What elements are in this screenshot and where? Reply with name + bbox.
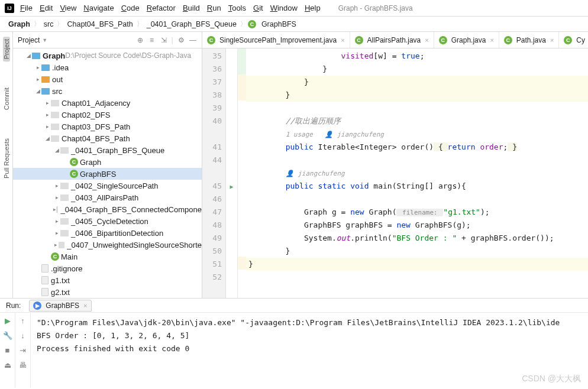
close-icon[interactable]: × bbox=[341, 37, 344, 44]
tree-item--0404-graph-bfs-connectedcompone[interactable]: ▸_0404_Graph_BFS_ConnectedCompone bbox=[13, 203, 202, 215]
project-pane-header: Project ▼ ⊕ ≡ ⇲ | ⚙ — bbox=[13, 32, 202, 48]
locate-icon[interactable]: ⊕ bbox=[136, 36, 144, 44]
menu-tools[interactable]: Tools bbox=[225, 2, 250, 14]
breadcrumb: Graph〉 src〉 Chapt04_BFS_Path〉 _0401_Grap… bbox=[0, 17, 588, 32]
wrench-icon[interactable]: 🔧 bbox=[3, 331, 12, 340]
window-title: Graph - GraphBFS.java bbox=[338, 4, 413, 12]
editor-tab[interactable]: CPath.java× bbox=[499, 32, 559, 48]
tool-tab-pull-requests[interactable]: Pull Requests bbox=[3, 136, 10, 181]
wrap-icon[interactable]: ⇥ bbox=[20, 346, 26, 355]
editor-pane: CSingleSourcePath_Improvement.java×CAllP… bbox=[202, 32, 588, 298]
print-icon[interactable]: 🖶 bbox=[19, 361, 27, 369]
code-area[interactable]: 35363738394041444546474849505152 ▶ visit… bbox=[202, 48, 588, 298]
down-icon[interactable]: ↓ bbox=[21, 331, 25, 340]
tree-item-g2-txt[interactable]: g2.txt bbox=[13, 286, 202, 298]
menu-help[interactable]: Help bbox=[301, 2, 324, 14]
editor-tab[interactable]: CGraph.java× bbox=[434, 32, 499, 48]
tree-item-chapt01-adjacency[interactable]: ▸Chapt01_Adjacency bbox=[13, 97, 202, 109]
tree-item-main[interactable]: CMain bbox=[13, 251, 202, 262]
tree-item-chapt03-dfs-path[interactable]: ▸Chapt03_DFS_Path bbox=[13, 121, 202, 132]
exit-icon[interactable]: ⏏ bbox=[4, 361, 11, 369]
watermark: CSDN @大大枫 bbox=[522, 374, 581, 384]
editor-tab[interactable]: CSingleSourcePath_Improvement.java× bbox=[202, 32, 350, 48]
tree-item-chapt02-dfs[interactable]: ▸Chapt02_DFS bbox=[13, 109, 202, 121]
hide-icon[interactable]: — bbox=[189, 36, 197, 44]
close-icon[interactable]: × bbox=[550, 37, 554, 44]
tree-item-graph[interactable]: CGraph bbox=[13, 156, 202, 168]
stop-icon[interactable]: ■ bbox=[5, 346, 10, 355]
run-icon: ▶ bbox=[33, 302, 41, 310]
editor-tab-bar: CSingleSourcePath_Improvement.java×CAllP… bbox=[202, 32, 588, 48]
menu-bar: IJ FileEditViewNavigateCodeRefactorBuild… bbox=[0, 0, 588, 17]
menu-view[interactable]: View bbox=[56, 2, 80, 14]
expand-icon[interactable]: ≡ bbox=[148, 36, 156, 44]
tree-item-chapt04-bfs-path[interactable]: ◢Chapt04_BFS_Path bbox=[13, 132, 202, 144]
crumb[interactable]: _0401_Graph_BFS_Queue bbox=[144, 20, 239, 28]
up-icon[interactable]: ↑ bbox=[21, 316, 25, 325]
tree-item--0407-unweightedsinglesourceshorte[interactable]: ▸_0407_UnweightedSingleSourceShorte bbox=[13, 239, 202, 251]
tree-item-src[interactable]: ◢src bbox=[13, 85, 202, 97]
run-panel: Run: ▶ GraphBFS × ▶ 🔧 ■ ⏏ ↑ ↓ ⇥ 🖶 "D:\Pr… bbox=[0, 298, 588, 388]
project-pane-title: Project bbox=[18, 36, 40, 44]
menu-edit[interactable]: Edit bbox=[36, 2, 56, 14]
close-icon[interactable]: × bbox=[83, 302, 87, 309]
left-tool-gutter: Project Commit Pull Requests bbox=[0, 32, 13, 298]
tree-item-graph[interactable]: ◢Graph D:\Project Source Code\DS-Graph-J… bbox=[13, 50, 202, 61]
tree-item-g1-txt[interactable]: g1.txt bbox=[13, 274, 202, 286]
run-title: Run: bbox=[6, 302, 21, 310]
editor-tab[interactable]: CCy bbox=[559, 32, 588, 48]
crumb[interactable]: src bbox=[41, 20, 56, 28]
tree-item--0405-cycledetection[interactable]: ▸_0405_CycleDetection bbox=[13, 215, 202, 227]
menu-refactor[interactable]: Refactor bbox=[143, 2, 179, 14]
run-toolbar-primary: ▶ 🔧 ■ ⏏ bbox=[0, 313, 15, 388]
run-config-tab[interactable]: ▶ GraphBFS × bbox=[29, 300, 91, 312]
project-pane: Project ▼ ⊕ ≡ ⇲ | ⚙ — ◢Graph D:\Project … bbox=[13, 32, 202, 298]
intellij-logo-icon: IJ bbox=[5, 4, 14, 13]
tool-tab-commit[interactable]: Commit bbox=[3, 85, 10, 112]
tree-item--0403-allpairspath[interactable]: ▸_0403_AllPairsPath bbox=[13, 192, 202, 203]
menu-code[interactable]: Code bbox=[118, 2, 143, 14]
menu-run[interactable]: Run bbox=[203, 2, 225, 14]
tree-item--gitignore[interactable]: .gitignore bbox=[13, 262, 202, 274]
menu-git[interactable]: Git bbox=[250, 2, 267, 14]
rerun-icon[interactable]: ▶ bbox=[5, 316, 11, 325]
menu-navigate[interactable]: Navigate bbox=[80, 2, 117, 14]
tree-item--0406-bipartitiondetection[interactable]: ▸_0406_BipartitionDetection bbox=[13, 227, 202, 239]
console-output[interactable]: "D:\Program Files\Java\jdk-20\bin\java.e… bbox=[31, 313, 588, 388]
run-toolbar-secondary: ↑ ↓ ⇥ 🖶 bbox=[15, 313, 31, 388]
crumb-root[interactable]: Graph bbox=[6, 20, 33, 28]
gear-icon[interactable]: ⚙ bbox=[177, 36, 185, 44]
close-icon[interactable]: × bbox=[425, 37, 428, 44]
close-icon[interactable]: × bbox=[490, 37, 493, 44]
collapse-icon[interactable]: ⇲ bbox=[160, 36, 168, 44]
class-icon: C bbox=[248, 20, 256, 28]
editor-tab[interactable]: CAllPairsPath.java× bbox=[350, 32, 434, 48]
tree-item--0402-singlesourcepath[interactable]: ▸_0402_SingleSourcePath bbox=[13, 180, 202, 192]
tree-item--idea[interactable]: ▸.idea bbox=[13, 61, 202, 73]
crumb-file[interactable]: GraphBFS bbox=[259, 20, 299, 28]
project-tree[interactable]: ◢Graph D:\Project Source Code\DS-Graph-J… bbox=[13, 48, 202, 298]
tool-tab-project[interactable]: Project bbox=[3, 37, 10, 61]
tree-item-graphbfs[interactable]: CGraphBFS bbox=[13, 168, 202, 180]
menu-file[interactable]: File bbox=[17, 2, 36, 14]
menu-build[interactable]: Build bbox=[179, 2, 203, 14]
tree-item--0401-graph-bfs-queue[interactable]: ◢_0401_Graph_BFS_Queue bbox=[13, 144, 202, 156]
menu-window[interactable]: Window bbox=[267, 2, 301, 14]
tree-item-out[interactable]: ▸out bbox=[13, 73, 202, 85]
crumb[interactable]: Chapt04_BFS_Path bbox=[64, 20, 135, 28]
